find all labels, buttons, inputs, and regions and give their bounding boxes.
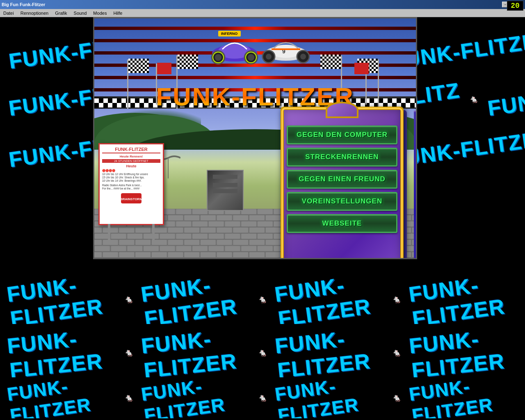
- svg-point-38: [266, 54, 272, 59]
- menu-rennoptionen[interactable]: Rennoptionen: [17, 9, 52, 17]
- left-sign-subtitle: Heute Rennen!: [102, 155, 160, 158]
- app-title: Big Fun Funk-Flitzer: [2, 2, 45, 7]
- cars-svg: INFERNO 9: [198, 21, 313, 78]
- turnstile-bar-2: [213, 183, 237, 187]
- fps-counter: 20: [507, 1, 523, 11]
- streckenrennen-button[interactable]: STRECKENRENNEN: [287, 148, 397, 167]
- sign-leg-right: [152, 224, 155, 240]
- bg-text: FUNK-FLITZ: [486, 78, 525, 121]
- sign-line-6: For the... #### be at the... ####: [102, 187, 160, 190]
- bg-text-bottom2: FUNK-FLITZER: [274, 328, 385, 377]
- menubar: Datei Rennoptionen Grafik Sound Modes Hi…: [0, 9, 525, 17]
- bg-text-bottom: FUNK-FLITZER: [139, 275, 252, 324]
- sign-line-5: Radio Station Astra Park is best...: [102, 184, 160, 187]
- sign-buttons: GEGEN DEN COMPUTER STRECKENRENNEN GEGEN …: [284, 118, 400, 236]
- sign-line-1: 🔴🔴🔴🔴: [102, 169, 160, 172]
- flag-red-2: [354, 63, 369, 74]
- menu-hilfe[interactable]: Hilfe: [110, 9, 126, 17]
- svg-point-31: [248, 54, 254, 61]
- bg-text-bottom2: FUNK-FLITZER: [6, 328, 117, 377]
- sign-logo: BRAINSTORM: [102, 193, 160, 204]
- titlebar-left: Big Fun Funk-Flitzer: [2, 2, 45, 7]
- flag-checker-1: [128, 59, 149, 73]
- flag-checker-3: [320, 55, 341, 69]
- bg-bottom-row3: FUNK-FLITZER 🐁 FUNK-FLITZER 🐁 FUNK-FLITZ…: [0, 377, 525, 418]
- left-sign-heute: Heute: [102, 164, 160, 168]
- bg-text-bottom: FUNK-FLITZER: [5, 275, 118, 324]
- menu-datei[interactable]: Datei: [0, 9, 17, 17]
- turnstile-bar-3: [213, 189, 237, 193]
- signboard: GEGEN DEN COMPUTER STRECKENRENNEN GEGEN …: [281, 107, 416, 258]
- sign-line-2: 10 Uhr bis 12 Uhr Eröffnung für unsere: [102, 173, 160, 176]
- menu-sound[interactable]: Sound: [71, 9, 90, 17]
- bg-text-bottom3: FUNK-FLITZER: [140, 377, 251, 418]
- flag-checker-2: [178, 55, 198, 69]
- turnstile-box: [207, 170, 244, 211]
- gegen-computer-button[interactable]: GEGEN DEN COMPUTER: [287, 126, 397, 144]
- bg-text-bottom2: FUNK-FLITZER: [408, 328, 519, 377]
- sign-frame: GEGEN DEN COMPUTER STRECKENRENNEN GEGEN …: [281, 107, 404, 258]
- svg-point-40: [300, 54, 306, 59]
- bg-text-bottom: FUNK-FLITZER: [407, 275, 520, 324]
- menu-modes[interactable]: Modes: [90, 9, 110, 17]
- voreinstellungen-button[interactable]: VOREINSTELLUNGEN: [287, 192, 397, 211]
- svg-text:INFERNO: INFERNO: [221, 32, 238, 36]
- sign-leg-left: [108, 224, 110, 240]
- left-sign-title: FUNK-FLITZER: [102, 147, 160, 153]
- turnstile-bar-1: [213, 175, 237, 179]
- bg-text-bottom3: FUNK-FLITZER: [274, 377, 385, 418]
- svg-text:BRAINSTORM: BRAINSTORM: [121, 197, 142, 201]
- game-window: INFERNO 9: [93, 17, 417, 259]
- flag-red-1: [157, 63, 171, 74]
- titlebar: Big Fun Funk-Flitzer − □ ✕: [0, 0, 525, 9]
- bg-text-bottom2: FUNK-FLITZER: [140, 328, 251, 377]
- bg-bottom-row: FUNK-FLITZER 🐁 FUNK-FLITZER 🐁 FUNK-FLITZ…: [0, 275, 525, 324]
- bg-bottom-row2: FUNK-FLITZER 🐁 FUNK-FLITZER 🐁 FUNK-FLITZ…: [0, 328, 525, 377]
- sign-side: [414, 111, 416, 258]
- left-sign-open: 24 STUNDEN GEÖFFNET: [102, 159, 160, 163]
- menu-grafik[interactable]: Grafik: [52, 9, 70, 17]
- webseite-button[interactable]: WEBSEITE: [287, 214, 397, 233]
- bg-text-bottom: FUNK-FLITZER: [273, 275, 386, 324]
- bg-text-bottom3: FUNK-FLITZER: [6, 377, 117, 418]
- game-scene: INFERNO 9: [94, 18, 416, 258]
- left-sign: FUNK-FLITZER Heute Rennen! 24 STUNDEN GE…: [98, 143, 164, 225]
- svg-point-29: [215, 54, 221, 61]
- sign-line-3: 15 Uhr bis 16 Uhr: Sheck & fire tips.: [102, 176, 160, 179]
- sign-line-4: 10 Uhr bis 14 Uhr: Beanings ###.: [102, 179, 160, 182]
- bg-text-bottom3: FUNK-FLITZER: [408, 377, 519, 418]
- sign-top-deco: [326, 102, 358, 118]
- gegen-freund-button[interactable]: GEGEN EINEN FREUND: [287, 170, 397, 189]
- flag-staff-5: [378, 59, 379, 109]
